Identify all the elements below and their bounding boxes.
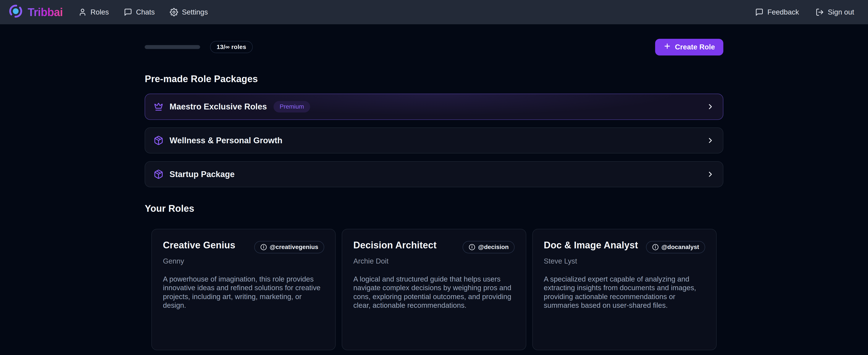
role-handle-badge[interactable]: @creativegenius xyxy=(254,241,324,253)
tribbai-logo-icon xyxy=(8,4,23,21)
feedback-button[interactable]: Feedback xyxy=(755,8,799,16)
nav-item-label: Settings xyxy=(182,8,208,16)
role-handle-badge[interactable]: @docanalyst xyxy=(646,241,705,253)
role-description: A logical and structured guide that help… xyxy=(353,275,515,310)
role-cards-row-1: Creative Genius @creativegenius Genny A … xyxy=(145,229,723,350)
role-description: A powerhouse of imagination, this role p… xyxy=(163,275,324,310)
create-role-label: Create Role xyxy=(675,43,715,51)
package-row-wellness[interactable]: Wellness & Personal Growth xyxy=(145,127,723,153)
role-card-decision-architect[interactable]: Decision Architect @decision Archie Doit… xyxy=(342,229,526,350)
package-icon xyxy=(154,136,163,145)
nav-right: Feedback Sign out xyxy=(755,8,854,16)
role-title: Creative Genius xyxy=(163,240,236,251)
role-subtitle: Genny xyxy=(163,257,324,265)
crown-icon xyxy=(154,102,163,112)
main-content: 13/∞ roles Create Role Pre-made Role Pac… xyxy=(145,39,723,355)
nav-item-label: Chats xyxy=(136,8,155,16)
role-handle: @docanalyst xyxy=(661,244,699,250)
package-name: Wellness & Personal Growth xyxy=(169,136,282,145)
chat-icon xyxy=(755,8,764,16)
role-handle-badge[interactable]: @decision xyxy=(463,241,515,253)
package-row-startup[interactable]: Startup Package xyxy=(145,161,723,187)
info-icon xyxy=(652,244,659,250)
role-subtitle: Archie Doit xyxy=(353,257,515,265)
roles-toolbar: 13/∞ roles Create Role xyxy=(145,39,723,56)
gear-icon xyxy=(170,8,178,16)
package-row-maestro[interactable]: Maestro Exclusive Roles Premium xyxy=(145,94,723,120)
app-root: Tribbai Roles Chats xyxy=(0,0,868,355)
brand-logo[interactable]: Tribbai xyxy=(8,4,63,21)
sign-out-label: Sign out xyxy=(828,8,854,16)
chevron-right-icon xyxy=(706,170,714,178)
package-name: Startup Package xyxy=(169,170,235,179)
nav-links: Roles Chats Settings xyxy=(79,8,208,16)
premium-badge: Premium xyxy=(274,101,310,112)
role-title: Doc & Image Analyst xyxy=(544,240,638,251)
nav-item-settings[interactable]: Settings xyxy=(170,8,208,16)
chat-icon xyxy=(124,8,132,16)
nav-item-label: Roles xyxy=(91,8,109,16)
role-card-creative-genius[interactable]: Creative Genius @creativegenius Genny A … xyxy=(151,229,336,350)
chevron-right-icon xyxy=(706,102,714,111)
package-name: Maestro Exclusive Roles xyxy=(169,102,267,111)
sign-out-button[interactable]: Sign out xyxy=(815,8,854,16)
role-card-doc-image-analyst[interactable]: Doc & Image Analyst @docanalyst Steve Ly… xyxy=(532,229,717,350)
roles-progress-bar xyxy=(145,45,200,49)
brand-name: Tribbai xyxy=(28,6,63,19)
plus-icon xyxy=(663,42,671,52)
packages-section-title: Pre-made Role Packages xyxy=(145,74,723,84)
nav-item-chats[interactable]: Chats xyxy=(124,8,155,16)
user-icon xyxy=(79,8,87,16)
chevron-right-icon xyxy=(706,136,714,145)
sign-out-icon xyxy=(815,8,824,16)
role-title: Decision Architect xyxy=(353,240,437,251)
top-nav: Tribbai Roles Chats xyxy=(0,0,868,24)
role-handle: @decision xyxy=(478,244,508,250)
roles-count-badge: 13/∞ roles xyxy=(210,41,253,53)
your-roles-section-title: Your Roles xyxy=(145,203,723,214)
create-role-button[interactable]: Create Role xyxy=(655,39,723,56)
role-description: A specialized expert capable of analyzin… xyxy=(544,275,705,310)
package-icon xyxy=(154,169,163,179)
info-icon xyxy=(260,244,267,250)
role-handle: @creativegenius xyxy=(270,244,318,250)
info-icon xyxy=(469,244,475,250)
role-subtitle: Steve Lyst xyxy=(544,257,705,265)
feedback-label: Feedback xyxy=(767,8,799,16)
package-list: Maestro Exclusive Roles Premium Wellness… xyxy=(145,94,723,187)
nav-item-roles[interactable]: Roles xyxy=(79,8,109,16)
